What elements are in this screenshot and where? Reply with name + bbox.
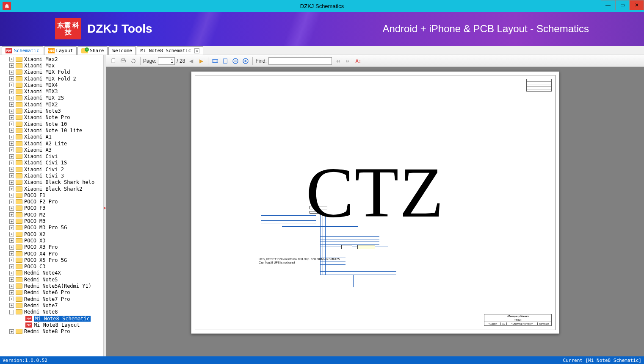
- copy-icon[interactable]: [109, 57, 117, 65]
- expander-icon[interactable]: +: [9, 297, 14, 301]
- tree-item[interactable]: +POCO M2: [0, 211, 103, 218]
- expander-icon[interactable]: +: [9, 128, 14, 133]
- expander-icon[interactable]: +: [9, 284, 14, 289]
- tree-item[interactable]: +Xiaomi A1: [0, 134, 103, 140]
- expander-icon[interactable]: +: [9, 290, 14, 295]
- tree-item[interactable]: +Xiaomi MIX4: [0, 82, 103, 88]
- print-icon[interactable]: [119, 57, 127, 65]
- tree-item[interactable]: +Xiaomi Note Pro: [0, 114, 103, 121]
- tree-view[interactable]: +Xiaomi Max2+Xiaomi Max+Xiaomi MIX Fold+…: [0, 55, 103, 356]
- tree-item[interactable]: +POCO X5 Pro 5G: [0, 257, 103, 263]
- tab-schematic[interactable]: PDF Schematic: [2, 46, 43, 55]
- expander-icon[interactable]: +: [9, 264, 14, 269]
- tree-item[interactable]: +POCO C3: [0, 264, 103, 270]
- expander-icon[interactable]: +: [9, 135, 14, 139]
- expander-icon[interactable]: +: [9, 122, 14, 126]
- tree-item[interactable]: +Xiaomi Black Shark2: [0, 186, 103, 192]
- tree-item[interactable]: +Xiaomi Black Shark helo: [0, 179, 103, 186]
- find-next-icon[interactable]: ⏭: [344, 57, 352, 65]
- tree-item[interactable]: +Xiaomi Note3: [0, 108, 103, 114]
- expander-icon[interactable]: +: [9, 154, 14, 159]
- tree-item[interactable]: +Xiaomi Civi 2: [0, 166, 103, 172]
- expander-icon[interactable]: +: [9, 57, 14, 61]
- tree-item[interactable]: -Redmi Note8: [0, 309, 103, 315]
- expander-icon[interactable]: +: [9, 83, 14, 87]
- expander-icon[interactable]: +: [9, 212, 14, 217]
- tree-item[interactable]: +Redmi Note5A(Redmi Y1): [0, 283, 103, 289]
- find-input[interactable]: [268, 57, 332, 65]
- tree-item[interactable]: +Xiaomi A3: [0, 147, 103, 153]
- tree-item[interactable]: +Xiaomi MIX 2S: [0, 95, 103, 101]
- tree-item[interactable]: +POCO X2: [0, 231, 103, 237]
- fit-width-icon[interactable]: [211, 57, 219, 65]
- expander-icon[interactable]: +: [9, 180, 14, 185]
- expander-icon[interactable]: +: [9, 238, 14, 243]
- expander-icon[interactable]: +: [9, 271, 14, 275]
- tree-item[interactable]: +Xiaomi Civi: [0, 153, 103, 159]
- zoom-out-icon[interactable]: [231, 57, 240, 65]
- tree-item[interactable]: +POCO F2 Pro: [0, 199, 103, 205]
- tab-welcome[interactable]: Welcome: [108, 46, 135, 55]
- fit-page-icon[interactable]: [221, 57, 229, 65]
- tab-share[interactable]: Share: [77, 46, 108, 55]
- expander-icon[interactable]: +: [9, 70, 14, 75]
- expander-icon[interactable]: +: [9, 186, 14, 191]
- tree-item[interactable]: PDFMi Note8 Schematic: [0, 315, 103, 322]
- expander-icon[interactable]: +: [9, 225, 14, 230]
- expander-icon[interactable]: +: [9, 115, 14, 120]
- tree-item[interactable]: +Xiaomi Max2: [0, 56, 103, 62]
- expander-icon[interactable]: +: [9, 329, 14, 334]
- tree-item[interactable]: +POCO M3 Pro 5G: [0, 225, 103, 231]
- expander-icon[interactable]: +: [9, 258, 14, 262]
- tree-item[interactable]: +Redmi Note4X: [0, 270, 103, 276]
- expander-icon[interactable]: +: [9, 96, 14, 100]
- tree-item[interactable]: +Redmi Note7: [0, 302, 103, 308]
- tree-item[interactable]: +Xiaomi Note 10 lite: [0, 127, 103, 133]
- tree-item[interactable]: +Redmi Note5: [0, 276, 103, 283]
- tree-item[interactable]: +POCO F3: [0, 205, 103, 211]
- prev-page-icon[interactable]: ◀: [187, 57, 195, 65]
- tree-item[interactable]: +POCO X3 Pro: [0, 244, 103, 250]
- expander-icon[interactable]: +: [9, 206, 14, 211]
- tree-item[interactable]: +Redmi Note7 Pro: [0, 296, 103, 302]
- expander-icon[interactable]: +: [9, 167, 14, 172]
- tree-item[interactable]: +POCO M3: [0, 218, 103, 224]
- tree-item[interactable]: +Xiaomi MIX Fold 2: [0, 75, 103, 82]
- expander-icon[interactable]: +: [9, 76, 14, 81]
- expander-icon[interactable]: +: [9, 245, 14, 250]
- tab-close-icon[interactable]: ✕: [194, 48, 199, 53]
- minimize-button[interactable]: —: [601, 0, 615, 10]
- rotate-icon[interactable]: [129, 57, 138, 65]
- tree-item[interactable]: +Xiaomi MIX2: [0, 101, 103, 108]
- expander-icon[interactable]: +: [9, 173, 14, 178]
- tree-item[interactable]: +POCO X3: [0, 237, 103, 244]
- tab-current-doc[interactable]: Mi Note8 Schematic ✕: [137, 46, 203, 55]
- close-button[interactable]: ✕: [630, 0, 644, 10]
- expander-icon[interactable]: +: [9, 277, 14, 282]
- document-viewport[interactable]: UFS_RESET: DNI on Internal test chip. 10…: [106, 67, 644, 356]
- tree-item[interactable]: +Xiaomi Civi 1S: [0, 160, 103, 166]
- next-page-icon[interactable]: ▶: [197, 57, 205, 65]
- expander-icon[interactable]: +: [9, 303, 14, 308]
- text-size-icon[interactable]: A↕: [354, 57, 362, 65]
- expander-icon[interactable]: -: [9, 310, 14, 314]
- expander-icon[interactable]: +: [9, 147, 14, 152]
- tree-item[interactable]: +Xiaomi MIX3: [0, 88, 103, 94]
- tree-item[interactable]: +Redmi Note8 Pro: [0, 328, 103, 334]
- page-input[interactable]: [158, 57, 175, 65]
- zoom-in-icon[interactable]: [241, 57, 250, 65]
- tree-item[interactable]: +Xiaomi MIX Fold: [0, 69, 103, 75]
- expander-icon[interactable]: +: [9, 109, 14, 114]
- tree-item[interactable]: +Xiaomi A2 Lite: [0, 140, 103, 147]
- tree-item[interactable]: +POCO F1: [0, 192, 103, 198]
- expander-icon[interactable]: +: [9, 219, 14, 224]
- expander-icon[interactable]: +: [9, 161, 14, 165]
- tree-item[interactable]: +Redmi Note6 Pro: [0, 289, 103, 296]
- expander-icon[interactable]: +: [9, 89, 14, 94]
- tree-item[interactable]: +Xiaomi Max: [0, 62, 103, 69]
- find-prev-icon[interactable]: ⏮: [334, 57, 342, 65]
- tree-item[interactable]: +Xiaomi Note 10: [0, 121, 103, 127]
- expander-icon[interactable]: +: [9, 102, 14, 107]
- tab-layout[interactable]: PADS Layout: [44, 46, 77, 55]
- expander-icon[interactable]: +: [9, 200, 14, 204]
